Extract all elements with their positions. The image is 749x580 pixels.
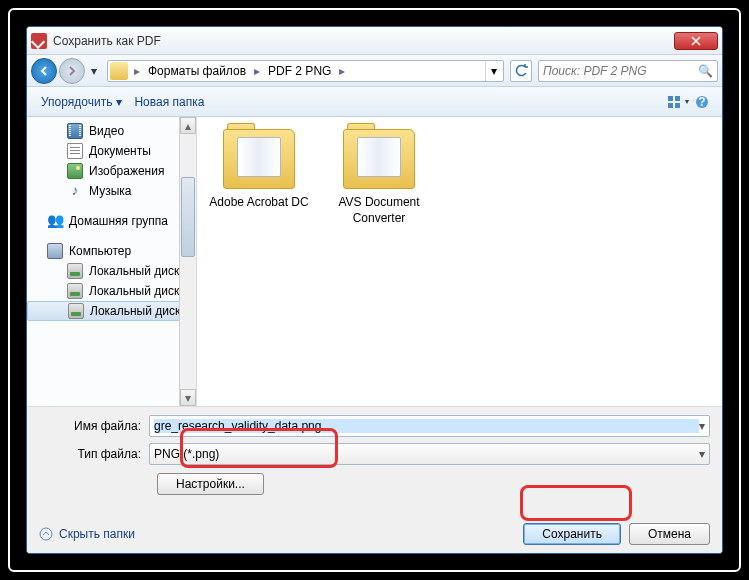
bottom-panel: Имя файла: ▾ Тип файла: PNG (*.png) ▾ На… xyxy=(27,406,722,553)
disk-icon xyxy=(67,283,83,299)
computer-icon xyxy=(47,243,63,259)
sidebar-label: Локальный диск xyxy=(90,304,180,318)
chevron-down-icon: ▾ xyxy=(699,447,705,461)
disk-icon xyxy=(67,263,83,279)
folder-icon xyxy=(343,129,415,189)
search-box[interactable]: 🔍 xyxy=(538,60,718,82)
sidebar-item-images[interactable]: Изображения xyxy=(27,161,196,181)
chevron-right-icon[interactable]: ▸ xyxy=(130,64,144,78)
refresh-icon xyxy=(514,64,528,78)
sidebar: Видео Документы Изображения ♪Музыка 👥Дом… xyxy=(27,117,197,406)
folder-item[interactable]: AVS Document Converter xyxy=(329,129,429,226)
svg-rect-3 xyxy=(675,103,680,108)
new-folder-label: Новая папка xyxy=(134,95,204,109)
sidebar-label: Локальный диск xyxy=(89,284,179,298)
sidebar-item-documents[interactable]: Документы xyxy=(27,141,196,161)
chevron-down-icon: ▾ xyxy=(685,97,689,106)
refresh-button[interactable] xyxy=(510,60,532,82)
sidebar-label: Компьютер xyxy=(69,244,131,258)
hide-folders-label: Скрыть папки xyxy=(59,527,135,541)
filename-label: Имя файла: xyxy=(39,419,149,433)
folder-item[interactable]: Adobe Acrobat DC xyxy=(209,129,309,211)
svg-rect-0 xyxy=(668,96,673,101)
sidebar-label: Музыка xyxy=(89,184,131,198)
sidebar-item-video[interactable]: Видео xyxy=(27,121,196,141)
filetype-dropdown[interactable]: PNG (*.png) ▾ xyxy=(149,443,710,465)
new-folder-button[interactable]: Новая папка xyxy=(128,91,210,113)
scrollbar[interactable]: ▴ ▾ xyxy=(179,117,196,406)
svg-rect-2 xyxy=(668,103,673,108)
music-icon: ♪ xyxy=(67,183,83,199)
svg-point-6 xyxy=(40,528,52,540)
settings-button[interactable]: Настройки... xyxy=(157,473,264,495)
chevron-down-icon[interactable]: ▾ xyxy=(699,419,705,433)
sidebar-item-homegroup[interactable]: 👥Домашняя группа xyxy=(27,211,196,231)
filename-input[interactable] xyxy=(154,419,699,433)
app-icon xyxy=(31,33,47,49)
organize-label: Упорядочить xyxy=(41,95,112,109)
sidebar-label: Документы xyxy=(89,144,151,158)
view-icon xyxy=(667,95,683,109)
arrow-right-icon xyxy=(66,65,78,77)
sidebar-label: Изображения xyxy=(89,164,164,178)
close-button[interactable] xyxy=(674,32,718,50)
folder-label: Adobe Acrobat DC xyxy=(209,195,309,211)
chevron-right-icon[interactable]: ▸ xyxy=(250,64,264,78)
chevron-right-icon[interactable]: ▸ xyxy=(335,64,349,78)
breadcrumb-segment[interactable]: PDF 2 PNG xyxy=(264,62,335,80)
scroll-thumb[interactable] xyxy=(181,177,195,257)
breadcrumb-segment[interactable]: Форматы файлов xyxy=(144,62,250,80)
breadcrumb-bar[interactable]: ▸ Форматы файлов ▸ PDF 2 PNG ▸ ▾ xyxy=(107,60,504,82)
sidebar-item-music[interactable]: ♪Музыка xyxy=(27,181,196,201)
chevron-down-icon: ▾ xyxy=(116,95,122,109)
svg-text:?: ? xyxy=(698,95,705,109)
organize-menu[interactable]: Упорядочить ▾ xyxy=(35,91,128,113)
folder-icon xyxy=(110,62,128,80)
save-button[interactable]: Сохранить xyxy=(523,523,621,545)
dialog-title: Сохранить как PDF xyxy=(53,34,674,48)
back-button[interactable] xyxy=(31,58,57,84)
hide-folders-button[interactable]: Скрыть папки xyxy=(39,527,135,541)
image-icon xyxy=(67,163,83,179)
sidebar-item-disk[interactable]: Локальный диск xyxy=(27,301,196,321)
nav-history-dropdown[interactable]: ▾ xyxy=(87,64,101,78)
arrow-left-icon xyxy=(38,65,50,77)
disk-icon xyxy=(68,303,84,319)
filename-field[interactable]: ▾ xyxy=(149,415,710,437)
sidebar-label: Домашняя группа xyxy=(69,214,168,228)
toolbar: Упорядочить ▾ Новая папка ▾ ? xyxy=(27,87,722,117)
breadcrumb-dropdown[interactable]: ▾ xyxy=(485,61,501,81)
folder-label: AVS Document Converter xyxy=(329,195,429,226)
filetype-label: Тип файла: xyxy=(39,447,149,461)
chevron-up-icon xyxy=(39,527,53,541)
help-icon: ? xyxy=(694,94,710,110)
document-icon xyxy=(67,143,83,159)
view-options-button[interactable]: ▾ xyxy=(666,91,690,113)
navigation-bar: ▾ ▸ Форматы файлов ▸ PDF 2 PNG ▸ ▾ 🔍 xyxy=(27,55,722,87)
sidebar-item-disk[interactable]: Локальный диск xyxy=(27,261,196,281)
svg-rect-1 xyxy=(675,96,680,101)
sidebar-item-computer[interactable]: Компьютер xyxy=(27,241,196,261)
titlebar: Сохранить как PDF xyxy=(27,27,722,55)
forward-button[interactable] xyxy=(59,58,85,84)
scroll-up-button[interactable]: ▴ xyxy=(180,117,196,134)
cancel-button[interactable]: Отмена xyxy=(629,523,710,545)
save-dialog: Сохранить как PDF ▾ ▸ Форматы файлов ▸ P… xyxy=(26,26,723,554)
sidebar-item-disk[interactable]: Локальный диск xyxy=(27,281,196,301)
file-list[interactable]: Adobe Acrobat DC AVS Document Converter xyxy=(197,117,722,406)
search-input[interactable] xyxy=(543,64,698,78)
filetype-value: PNG (*.png) xyxy=(154,447,219,461)
video-icon xyxy=(67,123,83,139)
homegroup-icon: 👥 xyxy=(47,213,63,229)
scroll-down-button[interactable]: ▾ xyxy=(180,389,196,406)
folder-icon xyxy=(223,129,295,189)
search-icon: 🔍 xyxy=(698,64,713,78)
close-icon xyxy=(691,36,701,46)
help-button[interactable]: ? xyxy=(690,91,714,113)
sidebar-label: Видео xyxy=(89,124,124,138)
sidebar-label: Локальный диск xyxy=(89,264,179,278)
